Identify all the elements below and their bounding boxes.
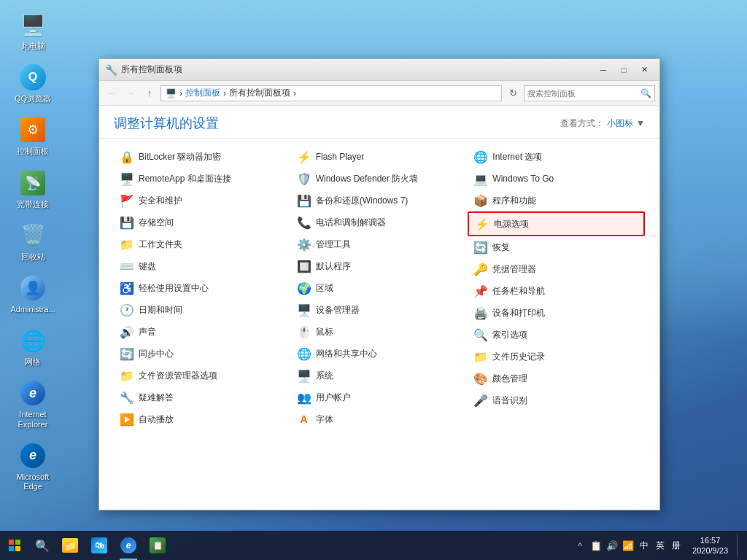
work-folder-icon: 📁 (120, 237, 134, 252)
recycle-bin-icon: 🗑️ (18, 221, 47, 250)
minimize-button[interactable]: ─ (594, 63, 613, 77)
desktop-icon-qq-browser[interactable]: Q QQ浏览器 (7, 60, 58, 106)
tray-ime-extra[interactable]: 册 (669, 538, 684, 553)
default-programs-icon: 🔲 (297, 259, 311, 273)
item-programs-features[interactable]: 📦 程序和功能 (468, 190, 645, 211)
item-autoplay[interactable]: ▶️ 自动播放 (114, 408, 291, 430)
item-windows-to-go[interactable]: 💻 Windows To Go (468, 168, 645, 190)
item-ease-access[interactable]: ♿ 轻松使用设置中心 (114, 277, 291, 299)
desktop-icon-control-panel[interactable]: ⚙ 控制面板 (7, 112, 58, 159)
window-titlebar-icon: 🔧 (105, 64, 117, 76)
defender-label: Windows Defender 防火墙 (316, 173, 419, 185)
item-default-programs[interactable]: 🔲 默认程序 (291, 255, 468, 277)
back-button[interactable]: ← (104, 85, 120, 101)
item-sync-center[interactable]: 🔄 同步中心 (114, 343, 291, 365)
item-bitlocker[interactable]: 🔒 BitLocker 驱动器加密 (114, 146, 291, 168)
item-security[interactable]: 🚩 安全和维护 (114, 190, 291, 211)
desktop-icon-broadband[interactable]: 📡 宽带连接 (7, 166, 58, 212)
search-box[interactable]: 🔍 (524, 85, 655, 101)
storage-icon: 💾 (120, 215, 134, 230)
view-dropdown-icon[interactable]: ▼ (636, 118, 645, 128)
fonts-label: 字体 (316, 413, 333, 426)
taskbar-clock[interactable]: 16:57 2020/9/23 (686, 535, 734, 556)
view-mode[interactable]: 小图标 (607, 117, 633, 130)
item-indexing[interactable]: 🔍 索引选项 (468, 324, 645, 346)
desktop: 🖥️ 此电脑 Q QQ浏览器 ⚙ 控制面板 📡 宽带连接 🗑️ 回收站 (0, 0, 747, 560)
maximize-button[interactable]: □ (614, 63, 633, 77)
item-work-folder[interactable]: 📁 工作文件夹 (114, 233, 291, 255)
security-label: 安全和维护 (139, 195, 182, 207)
windows-to-go-label: Windows To Go (492, 174, 554, 184)
taskbar-search-button[interactable]: 🔍 (29, 531, 55, 560)
item-internet-options[interactable]: 🌐 Internet 选项 (468, 146, 645, 168)
item-file-history[interactable]: 📁 文件历史记录 (468, 346, 645, 368)
taskbar-file-explorer[interactable]: 📁 (55, 531, 85, 560)
windows-to-go-icon: 💻 (473, 171, 488, 186)
item-storage-space[interactable]: 💾 存储空间 (114, 211, 291, 233)
item-admin-tools[interactable]: ⚙️ 管理工具 (291, 233, 468, 255)
item-region[interactable]: 🌍 区域 (291, 277, 468, 299)
tray-network[interactable]: 📶 (621, 538, 635, 553)
close-button[interactable]: ✕ (635, 63, 654, 77)
item-credential-manager[interactable]: 🔑 凭据管理器 (468, 258, 645, 280)
desktop-icon-this-pc[interactable]: 🖥️ 此电脑 (7, 7, 58, 54)
item-fonts[interactable]: A 字体 (291, 408, 468, 430)
sound-icon: 🔊 (120, 324, 134, 339)
search-input[interactable] (527, 89, 640, 98)
item-phone-modem[interactable]: 📞 电话和调制解调器 (291, 211, 468, 233)
svg-rect-1 (15, 540, 20, 545)
programs-features-label: 程序和功能 (492, 195, 536, 207)
item-device-manager[interactable]: 🖥️ 设备管理器 (291, 299, 468, 321)
item-datetime[interactable]: 🕐 日期和时间 (114, 299, 291, 321)
item-file-explorer[interactable]: 📁 文件资源管理器选项 (114, 365, 291, 386)
troubleshoot-icon: 🔧 (120, 390, 134, 405)
item-defender-firewall[interactable]: 🛡️ Windows Defender 防火墙 (291, 168, 468, 190)
desktop-icon-recycle-bin[interactable]: 🗑️ 回收站 (7, 218, 58, 265)
desktop-icon-administrator[interactable]: 👤 Administra... (7, 271, 58, 317)
admin-tools-label: 管理工具 (316, 238, 351, 251)
up-button[interactable]: ↑ (142, 85, 158, 101)
desktop-icon-network[interactable]: 🌐 网络 (7, 323, 58, 370)
control-panel-icon: ⚙ (18, 115, 47, 144)
taskbar-cortana[interactable]: 📋 (143, 531, 172, 560)
tray-notification[interactable]: 📋 (589, 538, 603, 553)
taskbar-store[interactable]: 🛍 (85, 531, 114, 560)
item-devices-printers[interactable]: 🖨️ 设备和打印机 (468, 302, 645, 324)
item-backup[interactable]: 💾 备份和还原(Windows 7) (291, 190, 468, 211)
refresh-button[interactable]: ↻ (505, 85, 521, 101)
phone-label: 电话和调制解调器 (316, 217, 386, 229)
tray-ime-zh[interactable]: 中 (637, 538, 651, 553)
item-color-management[interactable]: 🎨 颜色管理 (468, 368, 645, 389)
backup-label: 备份和还原(Windows 7) (316, 195, 409, 207)
tray-ime-en[interactable]: 英 (653, 538, 667, 553)
item-mouse[interactable]: 🖱️ 鼠标 (291, 321, 468, 343)
item-keyboard[interactable]: ⌨️ 键盘 (114, 255, 291, 277)
item-system[interactable]: 🖥️ 系统 (291, 365, 468, 386)
address-path[interactable]: 🖥️ › 控制面板 › 所有控制面板项 › (160, 85, 502, 101)
start-button[interactable] (0, 531, 29, 560)
tray-volume[interactable]: 🔊 (605, 538, 619, 553)
item-power-options[interactable]: ⚡ 电源选项 (468, 211, 645, 236)
defender-icon: 🛡️ (297, 171, 311, 186)
tray-expand[interactable]: ^ (573, 538, 587, 553)
forward-button[interactable]: → (123, 85, 139, 101)
taskbar-ie[interactable]: e (114, 531, 143, 560)
item-user-accounts[interactable]: 👥 用户帐户 (291, 386, 468, 408)
taskbar-nav-icon: 📌 (473, 284, 488, 298)
store-icon: 🛍 (91, 537, 107, 553)
item-network-sharing[interactable]: 🌐 网络和共享中心 (291, 343, 468, 365)
svg-rect-0 (9, 540, 14, 545)
desktop-icon-ie[interactable]: e InternetExplorer (7, 376, 58, 432)
item-recovery[interactable]: 🔄 恢复 (468, 236, 645, 258)
item-speech-recognition[interactable]: 🎤 语音识别 (468, 389, 645, 411)
autoplay-label: 自动播放 (139, 413, 174, 426)
item-taskbar-nav[interactable]: 📌 任务栏和导航 (468, 280, 645, 302)
item-troubleshoot[interactable]: 🔧 疑难解答 (114, 386, 291, 408)
item-remoteapp[interactable]: 🖥️ RemoteApp 和桌面连接 (114, 168, 291, 190)
desktop-icon-area: 🖥️ 此电脑 Q QQ浏览器 ⚙ 控制面板 📡 宽带连接 🗑️ 回收站 (7, 7, 58, 494)
item-flash-player[interactable]: ⚡ Flash Player (291, 146, 468, 168)
desktop-icon-edge[interactable]: e MicrosoftEdge (7, 438, 58, 494)
ease-access-label: 轻松使用设置中心 (139, 282, 209, 295)
tray-show-desktop[interactable] (737, 534, 741, 556)
item-sound[interactable]: 🔊 声音 (114, 321, 291, 343)
